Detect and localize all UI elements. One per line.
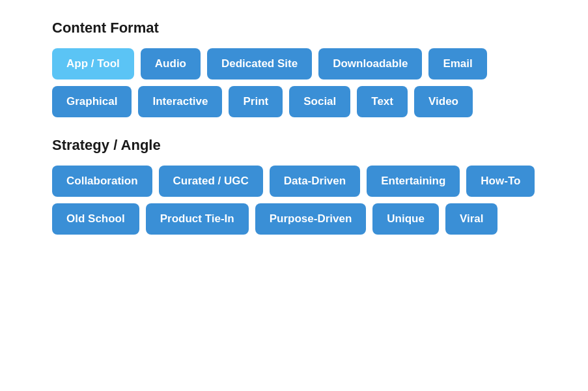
tag-graphical[interactable]: Graphical	[52, 86, 132, 117]
content-format-grid: App / ToolAudioDedicated SiteDownloadabl…	[52, 48, 536, 117]
tag-product-tie-in[interactable]: Product Tie-In	[146, 203, 249, 235]
tag-data-driven[interactable]: Data-Driven	[270, 166, 360, 197]
tag-unique[interactable]: Unique	[372, 203, 439, 235]
tag-old-school[interactable]: Old School	[52, 203, 139, 235]
tag-entertaining[interactable]: Entertaining	[367, 166, 460, 197]
tag-dedicated-site[interactable]: Dedicated Site	[207, 48, 312, 80]
tag-social[interactable]: Social	[289, 86, 350, 117]
content-format-section: Content Format App / ToolAudioDedicated …	[52, 20, 536, 117]
tag-video[interactable]: Video	[414, 86, 473, 117]
content-format-title: Content Format	[52, 20, 536, 36]
tag-curated-ugc[interactable]: Curated / UGC	[159, 166, 263, 197]
strategy-angle-section: Strategy / Angle CollaborationCurated / …	[52, 137, 536, 235]
tag-collaboration[interactable]: Collaboration	[52, 166, 152, 197]
tag-app-tool[interactable]: App / Tool	[52, 48, 134, 80]
tag-interactive[interactable]: Interactive	[138, 86, 222, 117]
tag-purpose-driven[interactable]: Purpose-Driven	[255, 203, 367, 235]
tag-audio[interactable]: Audio	[141, 48, 201, 80]
tag-how-to[interactable]: How-To	[466, 166, 535, 197]
tag-viral[interactable]: Viral	[445, 203, 498, 235]
tag-text[interactable]: Text	[357, 86, 408, 117]
strategy-angle-title: Strategy / Angle	[52, 137, 536, 154]
strategy-angle-grid: CollaborationCurated / UGCData-DrivenEnt…	[52, 166, 536, 235]
tag-downloadable[interactable]: Downloadable	[318, 48, 422, 80]
tag-email[interactable]: Email	[428, 48, 486, 80]
tag-print[interactable]: Print	[229, 86, 283, 117]
